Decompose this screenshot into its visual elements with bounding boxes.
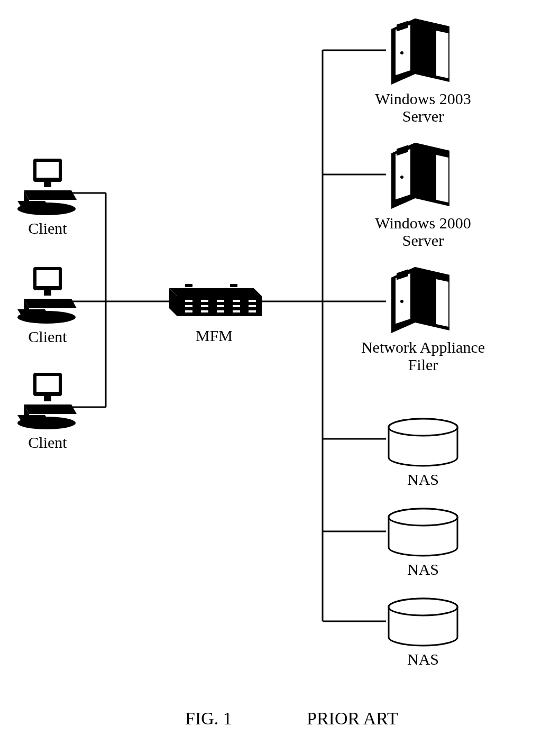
- server-tower-icon: [386, 140, 455, 211]
- svg-rect-57: [396, 149, 410, 199]
- svg-rect-43: [233, 310, 240, 312]
- svg-marker-61: [436, 155, 448, 203]
- server-tower-icon: [386, 264, 455, 336]
- server-win2003: [386, 16, 455, 87]
- svg-rect-37: [217, 305, 224, 307]
- svg-rect-19: [36, 270, 59, 286]
- svg-rect-27: [230, 284, 237, 287]
- nas-1-label: NAS: [383, 471, 463, 488]
- figure-number: FIG. 1: [185, 709, 232, 729]
- svg-rect-26: [185, 284, 192, 287]
- server-netapp-label: Network Appliance Filer: [338, 338, 508, 373]
- nas-3: [383, 597, 463, 648]
- client-3: [13, 373, 82, 431]
- nas-3-label: NAS: [383, 650, 463, 668]
- svg-rect-41: [201, 310, 208, 312]
- svg-rect-30: [185, 300, 192, 302]
- storage-cylinder-icon: [383, 597, 463, 648]
- svg-rect-48: [396, 25, 410, 75]
- server-tower-icon: [386, 16, 455, 87]
- svg-rect-16: [44, 182, 51, 187]
- svg-rect-38: [233, 305, 240, 307]
- svg-rect-42: [217, 310, 224, 312]
- svg-rect-44: [249, 310, 256, 312]
- nas-2: [383, 508, 463, 558]
- client-1-label: Client: [13, 219, 82, 237]
- client-2-label: Client: [13, 328, 82, 345]
- svg-rect-39: [249, 305, 256, 307]
- svg-rect-20: [44, 290, 51, 296]
- client-3-label: Client: [13, 434, 82, 451]
- svg-point-60: [400, 176, 403, 179]
- svg-rect-65: [396, 273, 410, 324]
- client-computer-icon: [13, 373, 82, 431]
- svg-point-73: [389, 509, 457, 526]
- server-win2003-label: Windows 2003 Server: [346, 90, 500, 125]
- svg-rect-24: [44, 396, 51, 401]
- nas-2-label: NAS: [383, 560, 463, 578]
- svg-marker-53: [436, 31, 448, 78]
- svg-marker-25: [169, 288, 262, 296]
- prior-art-text: PRIOR ART: [307, 709, 398, 729]
- svg-rect-31: [201, 300, 208, 302]
- svg-rect-35: [185, 305, 192, 307]
- nas-1: [383, 418, 463, 468]
- storage-cylinder-icon: [383, 418, 463, 468]
- client-1: [13, 159, 82, 217]
- svg-rect-36: [201, 305, 208, 307]
- svg-rect-15: [36, 162, 59, 178]
- client-computer-icon: [13, 267, 82, 325]
- mfm-label: MFM: [164, 327, 264, 344]
- svg-rect-34: [249, 300, 256, 302]
- svg-rect-33: [233, 300, 240, 302]
- svg-point-68: [400, 300, 403, 303]
- client-2: [13, 267, 82, 325]
- svg-rect-40: [185, 310, 192, 312]
- svg-marker-69: [436, 279, 448, 327]
- svg-rect-32: [217, 300, 224, 302]
- svg-point-75: [389, 599, 457, 615]
- server-win2000-label: Windows 2000 Server: [346, 214, 500, 249]
- switch-icon: [164, 278, 264, 325]
- client-computer-icon: [13, 159, 82, 217]
- svg-rect-23: [36, 376, 59, 392]
- svg-point-71: [389, 419, 457, 436]
- storage-cylinder-icon: [383, 508, 463, 558]
- server-netapp: [386, 264, 455, 336]
- mfm-device: [164, 278, 264, 325]
- server-win2000: [386, 140, 455, 211]
- diagram-canvas: Client Client Client: [0, 0, 560, 745]
- svg-point-51: [400, 51, 403, 54]
